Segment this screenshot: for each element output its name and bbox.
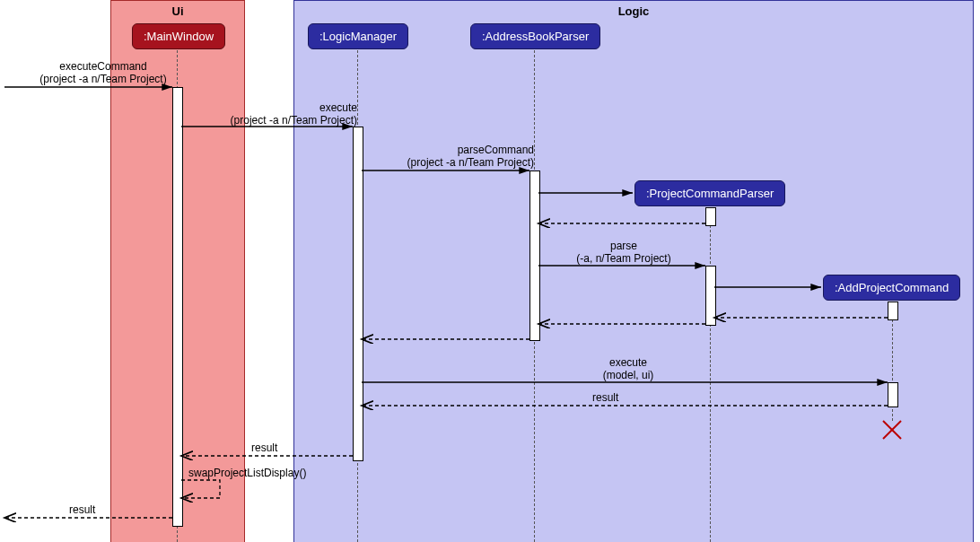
frame-ui-label: Ui (172, 4, 184, 18)
msg-parse: parse (-a, n/Team Project) (543, 240, 704, 266)
lifeline-projectcommandparser (710, 207, 711, 542)
msg-line: result (592, 391, 618, 404)
participant-mainwindow: :MainWindow (132, 23, 225, 49)
msg-line: execute (319, 101, 357, 114)
participant-label: :LogicManager (319, 30, 397, 43)
participant-label: :MainWindow (144, 30, 214, 43)
participant-addprojectcommand: :AddProjectCommand (823, 275, 960, 301)
participant-label: :ProjectCommandParser (646, 187, 774, 200)
activation-addressbookparser (529, 170, 540, 341)
msg-result-2: result (251, 442, 277, 455)
msg-line: swapProjectListDisplay() (188, 467, 306, 479)
msg-line: parse (610, 240, 637, 252)
msg-line: (project -a n/Team Project) (231, 114, 357, 127)
msg-line: result (69, 503, 95, 516)
msg-line: executeCommand (59, 60, 146, 73)
msg-result-3: result (69, 504, 95, 517)
activation-logicmanager (353, 127, 363, 461)
msg-line: result (251, 441, 277, 454)
msg-line: (-a, n/Team Project) (576, 252, 670, 265)
activation-projectcommandparser-2 (705, 266, 716, 326)
msg-parsecommand: parseCommand (project -a n/Team Project) (363, 144, 534, 170)
msg-swap: swapProjectListDisplay() (188, 468, 306, 480)
participant-label: :AddProjectCommand (835, 281, 949, 294)
activation-addprojectcommand-1 (888, 302, 898, 320)
frame-logic-label: Logic (618, 4, 650, 18)
msg-line: (project -a n/Team Project) (39, 73, 166, 85)
msg-line: (model, ui) (603, 369, 654, 381)
msg-execute-1: execute (project -a n/Team Project) (187, 102, 357, 127)
msg-line: parseCommand (458, 144, 534, 156)
msg-line: execute (609, 356, 647, 369)
msg-line: (project -a n/Team Project) (407, 156, 534, 169)
participant-label: :AddressBookParser (482, 30, 589, 43)
msg-executecommand: executeCommand (project -a n/Team Projec… (27, 61, 179, 86)
msg-result-1: result (592, 392, 618, 405)
activation-addprojectcommand-2 (888, 382, 898, 407)
participant-projectcommandparser: :ProjectCommandParser (634, 180, 785, 206)
participant-logicmanager: :LogicManager (308, 23, 408, 49)
msg-execute-2: execute (model, ui) (556, 357, 700, 382)
activation-projectcommandparser-1 (705, 207, 716, 226)
activation-mainwindow (172, 87, 183, 527)
frame-logic: Logic (293, 0, 974, 542)
participant-addressbookparser: :AddressBookParser (470, 23, 600, 49)
